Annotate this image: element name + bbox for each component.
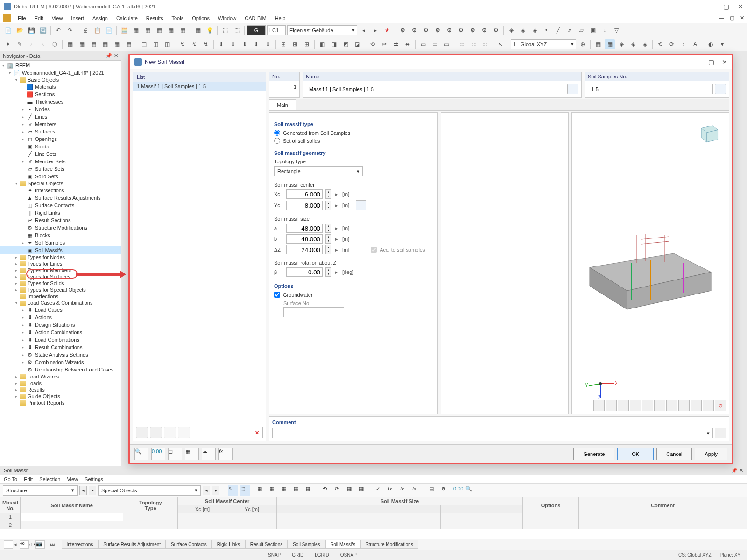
t2-n-icon[interactable]: ◫	[162, 39, 172, 49]
t2-v-icon[interactable]: ⬇	[263, 39, 273, 49]
btab-sra[interactable]: Surface Results Adjustment	[98, 540, 166, 549]
bp-t6[interactable]: ⟲	[322, 485, 332, 496]
tree-lc-ds[interactable]: Design Situations	[35, 322, 75, 328]
bp-nav-prev2[interactable]: ◂	[203, 486, 210, 495]
node-icon[interactable]: •	[541, 25, 551, 35]
grid-icon[interactable]: ▦	[131, 25, 141, 35]
solid-icon[interactable]: ▣	[588, 25, 598, 35]
name-input[interactable]	[306, 84, 565, 94]
light-icon[interactable]: 💡	[204, 25, 215, 35]
surface-icon[interactable]: ▱	[576, 25, 586, 35]
open-icon[interactable]: 📂	[14, 25, 25, 35]
minimize-button[interactable]: —	[708, 3, 715, 10]
tool-d-icon[interactable]: ⚙	[432, 25, 443, 35]
tree-lc-cw[interactable]: Combination Wizards	[35, 359, 84, 365]
t2-w-icon[interactable]: ⊞	[278, 39, 289, 49]
bp-fx3-icon[interactable]: fx	[412, 485, 422, 496]
t2-j-icon[interactable]: ▦	[112, 39, 122, 49]
support-icon[interactable]: ▽	[611, 25, 621, 35]
v4-icon[interactable]: ◈	[628, 39, 638, 49]
topology-select[interactable]: Rectangle▾	[274, 166, 363, 176]
bp-nav-next2[interactable]: ▸	[212, 486, 219, 495]
view-cube-icon[interactable]	[695, 119, 721, 146]
pv-tool-7[interactable]	[666, 400, 677, 411]
bl-eye-icon[interactable]: 👁	[20, 540, 29, 549]
t2-d-icon[interactable]: ⟍	[38, 39, 48, 49]
yc-spinner[interactable]: ▴▾	[325, 201, 331, 210]
line-icon[interactable]: ╱	[553, 25, 563, 35]
bp-t2[interactable]: ▦	[269, 485, 279, 496]
bp-settings[interactable]: Settings	[85, 476, 103, 482]
t2-ac-icon[interactable]: ◪	[352, 39, 362, 49]
mdi-minimize[interactable]: —	[719, 15, 724, 21]
print-icon[interactable]: 🖨	[80, 25, 91, 35]
bp-t10[interactable]: ✓	[375, 485, 386, 496]
footer-struct-icon[interactable]: ▦	[185, 448, 199, 460]
maximize-button[interactable]: ▢	[723, 3, 729, 10]
mdi-restore[interactable]: ▢	[730, 15, 734, 21]
tool-e-icon[interactable]: ⚙	[444, 25, 454, 35]
tile-icon[interactable]: ▦	[166, 25, 176, 35]
t2-ai-icon[interactable]: ▭	[430, 39, 440, 49]
xc-spinner[interactable]: ▴▾	[325, 189, 331, 199]
yc-input[interactable]	[286, 201, 323, 210]
t2-y-icon[interactable]: ⊞	[302, 39, 312, 49]
pv-tool-10[interactable]	[703, 400, 714, 411]
table-icon[interactable]: ▦	[193, 25, 203, 35]
tree-types-members[interactable]: Types for Members	[28, 267, 71, 273]
cs-pick-icon[interactable]: ⊕	[578, 39, 588, 49]
t2-ah-icon[interactable]: ▭	[418, 39, 428, 49]
pointer-icon[interactable]: ↖	[495, 39, 506, 49]
comment-annotate-icon[interactable]	[715, 428, 726, 438]
status-grid[interactable]: GRID	[289, 553, 306, 558]
t2-ag-icon[interactable]: ⬌	[402, 39, 413, 49]
menu-insert[interactable]: Insert	[67, 14, 88, 22]
ok-button[interactable]: OK	[617, 448, 654, 460]
pv-tool-2[interactable]	[606, 400, 617, 411]
bp-t9[interactable]: ▦	[359, 485, 369, 496]
apply-button[interactable]: Apply	[695, 448, 727, 460]
tree-loadcases[interactable]: Load Cases & Combinations	[28, 300, 92, 306]
btab-massifs[interactable]: Soil Massifs	[325, 540, 360, 549]
t2-b-icon[interactable]: ✎	[14, 39, 25, 49]
tree-lines[interactable]: Lines	[35, 114, 47, 119]
member-icon[interactable]: ⫽	[564, 25, 575, 35]
lc-name-combo[interactable]: Eigenlast Gebäude▾	[287, 25, 357, 35]
t2-ak-icon[interactable]: ⚏	[457, 39, 467, 49]
list-delete-icon[interactable]: ✕	[251, 427, 263, 438]
tool-g-icon[interactable]: ⚙	[467, 25, 478, 35]
tree-basic[interactable]: Basic Objects	[28, 77, 59, 83]
clipboard-icon[interactable]: 📄	[104, 25, 114, 35]
t2-aa-icon[interactable]: ◨	[329, 39, 339, 49]
tree-soilsamples[interactable]: Soil Samples	[35, 240, 65, 245]
bp-units-icon[interactable]: 0.00	[453, 485, 463, 496]
pv-tool-clear[interactable]: ⊘	[715, 400, 726, 411]
tree-special[interactable]: Special Objects	[28, 181, 63, 186]
tree-root[interactable]: RFEM	[15, 63, 30, 68]
tree-types-nodes[interactable]: Types for Nodes	[28, 254, 65, 260]
footer-search-icon[interactable]: 🔍	[134, 448, 148, 460]
b-input[interactable]	[286, 234, 323, 244]
lc-next-icon[interactable]: ▸	[370, 25, 381, 35]
row-1[interactable]: 1	[0, 513, 21, 521]
a-input[interactable]	[286, 224, 323, 233]
generate-button[interactable]: Generate	[573, 448, 614, 460]
t2-l-icon[interactable]: ◫	[139, 39, 149, 49]
bp-selection[interactable]: Selection	[39, 476, 60, 482]
groundwater-check[interactable]	[274, 292, 280, 298]
tree-intersections[interactable]: Intersections	[35, 188, 64, 193]
tree-surfacesets[interactable]: Surface Sets	[35, 166, 64, 172]
t2-ae-icon[interactable]: ✂	[379, 39, 389, 49]
split1-icon[interactable]: ⬚	[220, 25, 230, 35]
t2-ad-icon[interactable]: ⟲	[367, 39, 378, 49]
bp-pref-icon[interactable]: ⚙	[441, 485, 451, 496]
menu-window[interactable]: Window	[214, 14, 240, 22]
menu-cadbim[interactable]: CAD-BIM	[241, 14, 270, 22]
radio-generated[interactable]	[274, 130, 280, 136]
pv-tool-9[interactable]	[691, 400, 702, 411]
bp-combo-special[interactable]: Special Objects▾	[98, 485, 201, 496]
bp-export-icon[interactable]: ▤	[429, 485, 439, 496]
t2-f-icon[interactable]: ▦	[65, 39, 75, 49]
yc-go-icon[interactable]: ▸	[334, 203, 339, 209]
footer-cloud-icon[interactable]: ☁	[202, 448, 216, 460]
